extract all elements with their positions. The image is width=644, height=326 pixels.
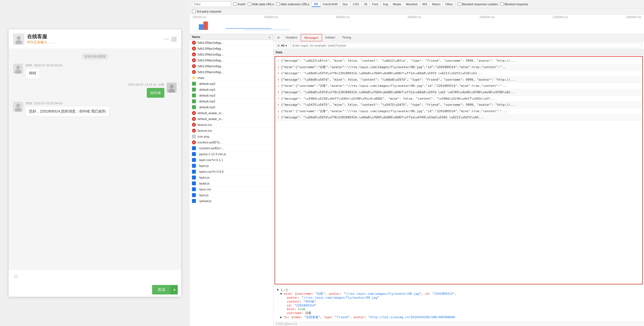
network-item-name-mp3-1: default.mp3	[199, 82, 215, 85]
network-item-name-avatar-1: default_avatar_m...	[198, 111, 224, 115]
filter-tab-wasm[interactable]: Wasm	[429, 1, 443, 7]
tab-timing[interactable]: Timing	[339, 34, 355, 41]
network-item-jquery[interactable]: jquery-1.12.4.min.js	[190, 151, 273, 157]
network-item-favicon-1[interactable]: ✕ favicon.ico	[190, 122, 273, 128]
network-item-mp3-2[interactable]: default.mp3	[190, 87, 273, 93]
tab-headers[interactable]: Headers	[282, 34, 301, 41]
chat-send-row: 发送 ▾	[9, 283, 181, 297]
network-item-mp3-1[interactable]: default.mp3	[190, 81, 273, 87]
tab-messages[interactable]: Messages	[301, 34, 322, 41]
blocked-requests-checkbox[interactable]	[500, 2, 504, 6]
filter-tab-ws[interactable]: WS	[420, 1, 429, 7]
filter-dropdown-arrow[interactable]: ▾	[285, 44, 287, 47]
filter-icon: ⊘	[277, 44, 280, 47]
network-item-mp3-3[interactable]: default.mp3	[190, 93, 273, 99]
filter-all-label: All	[281, 44, 284, 47]
chat-window: 在线客服 对方正在输入。。。 — ⬜ 复制价值很重要	[8, 29, 181, 297]
network-item-mp3-4[interactable]: default.mp3	[190, 99, 273, 104]
filter-tab-media[interactable]: Media	[390, 1, 403, 7]
filter-tab-doc[interactable]: Doc	[340, 1, 350, 7]
send-dropdown-button[interactable]: ▾	[171, 285, 178, 294]
network-item-2[interactable]: ✕ 5db11ff4jw1e8qg...	[190, 46, 273, 52]
hide-data-urls-checkbox-label[interactable]: Hide data URLs	[248, 2, 274, 6]
filter-tab-img[interactable]: Img	[380, 1, 390, 7]
blue-icon-layimjs	[192, 176, 196, 179]
hide-data-urls-checkbox[interactable]	[248, 2, 251, 6]
filter-tab-other[interactable]: Other	[443, 1, 456, 7]
sort-icon[interactable]: ▲	[268, 35, 271, 39]
filter-tab-all[interactable]: All	[312, 1, 320, 7]
network-list-header: Name ▲	[190, 34, 273, 40]
network-item-avatar-1[interactable]: ✕ default_avatar_m...	[190, 110, 273, 116]
network-item-5[interactable]: ✕ 5db11ff4jw1e8qg...	[190, 63, 273, 69]
maximize-button[interactable]: ⬜	[171, 36, 177, 42]
message-bubble-right: 你叫啥	[147, 88, 164, 98]
network-item-laytpl[interactable]: laytpl.js	[190, 181, 273, 186]
blocked-response-checkbox[interactable]	[458, 2, 461, 6]
network-item-favicon-2[interactable]: ✕ favicon.ico	[190, 128, 273, 134]
network-item-woff2-1[interactable]: ✕ iconfont.woff2?v...	[190, 140, 273, 145]
network-item-mp3-5[interactable]: default.mp3	[190, 104, 273, 110]
network-item-layimcss[interactable]: layim.css?v=3.9.5	[190, 169, 273, 175]
timeline-area: 200000 ms 400000 ms 600000 ms 800000 ms …	[190, 15, 644, 34]
messages-filter-row: ⊘ All ▾	[273, 42, 644, 50]
filter-tab-manifest[interactable]: Manifest	[403, 1, 420, 7]
blocked-response-checkbox-label[interactable]: Blocked response cookies	[458, 2, 498, 6]
json-line-7: username: 访客	[277, 311, 641, 315]
network-item-name-icon-png: icon.png	[198, 135, 209, 138]
close-detail-button[interactable]: ✕	[276, 35, 281, 40]
data-row-10: ↑ {"message": "\u60a8\u597d\uff0c2201809…	[275, 114, 642, 121]
tab-initiator[interactable]: Initiator	[322, 34, 339, 41]
blue-icon-woff2v	[192, 146, 196, 150]
messages-red-highlight: ↑ {"message": "\u6b22\u8fce", "mine": fa…	[275, 56, 643, 284]
messages-content: ↑ {"message": "\u6b22\u8fce", "mine": fa…	[275, 57, 642, 284]
network-item-layercss[interactable]: layer.css?v=3.1.1	[190, 157, 273, 163]
data-row-2: ↓ {"mine":{"username":"访客","avatar":"//r…	[275, 64, 642, 71]
hide-extension-urls-checkbox-label[interactable]: Hide extension URLs	[276, 2, 309, 6]
network-item-name-jquery: jquery-1.12.4.min.js	[199, 152, 226, 156]
filter-tab-css[interactable]: CSS	[350, 1, 361, 7]
invert-checkbox-label[interactable]: Invert	[233, 2, 246, 6]
blue-icon-upload	[192, 199, 196, 203]
blue-icon-layercss	[192, 158, 196, 162]
network-item-name-laytpl: laytpl.js	[199, 182, 210, 185]
network-item-icon-png[interactable]: icon.png	[190, 134, 273, 140]
messages-filter-input[interactable]	[290, 43, 642, 48]
network-item-layerjs[interactable]: layer.js	[190, 163, 273, 169]
network-item-layuicss[interactable]: layui.css	[190, 186, 273, 192]
third-party-checkbox-label[interactable]: 3rd-party requests	[192, 9, 221, 13]
minimize-button[interactable]: —	[164, 36, 169, 42]
send-button[interactable]: 发送	[152, 285, 171, 294]
network-item-6[interactable]: ✕ 5db11ff4jw1e8qg...	[190, 69, 273, 75]
filter-input[interactable]	[192, 1, 231, 7]
network-item-upload[interactable]: upload.js	[190, 198, 273, 204]
svg-point-10	[16, 104, 20, 107]
message-avatar-right	[167, 83, 177, 93]
network-item-woff2v[interactable]: iconfont.woff2v=...	[190, 145, 273, 151]
error-icon-6: ✕	[192, 70, 196, 74]
filter-tab-js[interactable]: JS	[361, 1, 370, 7]
network-item-1[interactable]: ✕ 5db11ff4jw1e8qg...	[190, 40, 273, 46]
message-row-right-1: 2024-03-07 14:25:16 访客 你叫啥	[13, 83, 177, 98]
data-row-8: ↑ {"message": "\u5475\u5475", "mine": fa…	[275, 102, 642, 108]
invert-checkbox[interactable]	[233, 2, 237, 6]
filter-tab-font[interactable]: Font	[369, 1, 380, 7]
network-item-chat[interactable]: 📁 chat/	[190, 75, 273, 81]
data-row-3: ↑ {"message": "\u60a8\u597d\uff0c2201809…	[275, 70, 642, 77]
json-line-6: mine: true	[277, 307, 641, 311]
filter-tab-fetch[interactable]: Fetch/XHR	[320, 1, 340, 7]
devtools-panel: Invert Hide data URLs Hide extension URL…	[190, 0, 644, 326]
network-item-layuijs[interactable]: layui.js	[190, 192, 273, 198]
emoji-icon[interactable]: ☺	[12, 272, 20, 281]
error-icon-2: ✕	[192, 47, 196, 51]
hide-extension-urls-checkbox[interactable]	[276, 2, 280, 6]
network-item-layimjs[interactable]: layim.js	[190, 175, 273, 181]
network-item-3[interactable]: ✕ 5db11ff4jw1e8qg...	[190, 52, 273, 57]
blue-icon-layerjs	[192, 164, 196, 168]
network-item-4[interactable]: ✕ 5db11ff4jw1e8qg...	[190, 57, 273, 63]
network-item-avatar-2[interactable]: ✕ default_avatar_m...	[190, 116, 273, 122]
blocked-requests-checkbox-label[interactable]: Blocked requests	[500, 2, 528, 6]
timeline-label-7: 1400000 ms	[626, 16, 641, 19]
message-avatar-2	[13, 102, 23, 112]
third-party-checkbox[interactable]	[192, 9, 196, 13]
